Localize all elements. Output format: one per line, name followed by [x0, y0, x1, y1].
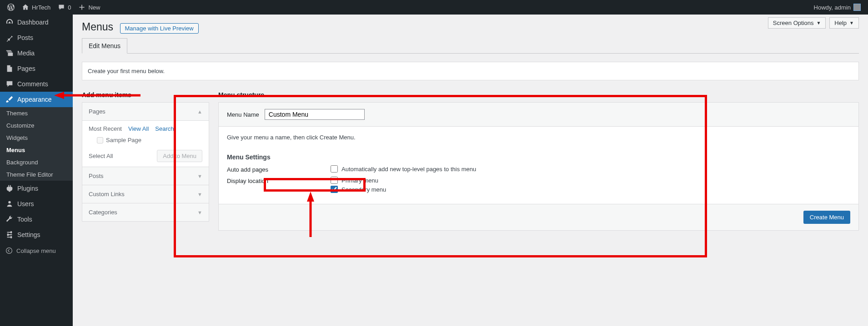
accordion-head-pages[interactable]: Pages ▲: [82, 103, 209, 121]
site-link[interactable]: HrTech: [18, 0, 54, 15]
menu-name-input[interactable]: [265, 109, 365, 120]
sidebar-appearance[interactable]: Appearance: [0, 92, 73, 107]
structure-instruction: Give your menu a name, then click Create…: [227, 134, 850, 141]
media-icon: [5, 49, 14, 57]
new-link[interactable]: New: [75, 0, 104, 15]
comment-icon: [58, 4, 65, 11]
wordpress-icon: [7, 4, 15, 11]
site-name: HrTech: [32, 4, 50, 11]
tab-edit-menus[interactable]: Edit Menus: [82, 38, 127, 54]
tab-wrapper: Edit Menus: [82, 38, 859, 54]
tab-search[interactable]: Search: [155, 125, 174, 132]
caret-up-icon: ▲: [197, 109, 202, 114]
create-menu-button[interactable]: Create Menu: [803, 211, 850, 224]
menu-name-label: Menu Name: [227, 111, 259, 118]
select-all-link[interactable]: Select All: [89, 153, 113, 159]
appearance-submenu: Themes Customize Widgets Menus Backgroun…: [0, 107, 73, 181]
new-label: New: [88, 4, 100, 11]
accordion-head-categories[interactable]: Categories ▼: [82, 203, 209, 221]
checkbox-sample-page[interactable]: [97, 137, 103, 143]
tab-most-recent[interactable]: Most Recent: [89, 125, 122, 132]
accordion-head-custom-links[interactable]: Custom Links ▼: [82, 185, 209, 203]
auto-add-label: Auto add pages: [227, 165, 331, 173]
sidebar-dashboard[interactable]: Dashboard: [0, 15, 73, 30]
submenu-theme-editor[interactable]: Theme File Editor: [0, 168, 73, 181]
sidebar-media[interactable]: Media: [0, 45, 73, 61]
page-title: Menus: [82, 19, 113, 33]
checkbox-auto-add[interactable]: [331, 165, 338, 173]
admin-bar: HrTech 0 New Howdy, admin: [0, 0, 868, 15]
svg-point-0: [6, 248, 12, 254]
submenu-customize[interactable]: Customize: [0, 119, 73, 132]
dashboard-icon: [5, 18, 14, 26]
submenu-background[interactable]: Background: [0, 156, 73, 168]
content-area: Screen Options▼ Help▼ Menus Manage with …: [73, 15, 868, 240]
check-sample-page[interactable]: Sample Page: [97, 137, 202, 143]
sidebar-settings[interactable]: Settings: [0, 227, 73, 242]
add-menu-items-column: Add menu items Pages ▲ Most Recent View …: [82, 91, 209, 231]
caret-down-icon: ▼: [197, 192, 202, 197]
sidebar-pages[interactable]: Pages: [0, 61, 73, 76]
avatar: [853, 4, 861, 11]
screen-options-button[interactable]: Screen Options▼: [768, 17, 826, 29]
settings-icon: [5, 231, 14, 239]
auto-add-option[interactable]: Automatically add new top-level pages to…: [331, 165, 476, 173]
wp-logo[interactable]: [4, 0, 18, 15]
tab-view-all[interactable]: View All: [128, 125, 149, 132]
live-preview-button[interactable]: Manage with Live Preview: [120, 23, 199, 34]
tools-icon: [5, 215, 14, 223]
caret-down-icon: ▼: [197, 173, 202, 179]
caret-down-icon: ▼: [849, 20, 854, 25]
menu-structure-column: Menu structure Menu Name Give your menu …: [218, 91, 859, 231]
collapse-icon: [5, 247, 13, 254]
submenu-widgets[interactable]: Widgets: [0, 132, 73, 144]
sidebar-users[interactable]: Users: [0, 196, 73, 212]
plus-icon: [78, 4, 85, 11]
comments-count: 0: [68, 4, 71, 11]
brush-icon: [5, 95, 14, 104]
checkbox-primary[interactable]: [331, 177, 338, 184]
sidebar-plugins[interactable]: Plugins: [0, 181, 73, 196]
add-to-menu-button[interactable]: Add to Menu: [157, 150, 202, 162]
display-location-label: Display location: [227, 177, 331, 184]
collapse-menu[interactable]: Collapse menu: [0, 242, 73, 259]
accordion-head-posts[interactable]: Posts ▼: [82, 167, 209, 185]
caret-down-icon: ▼: [816, 20, 821, 25]
comments-icon: [5, 80, 14, 88]
notice: Create your first menu below.: [82, 62, 859, 80]
home-icon: [22, 4, 29, 11]
submenu-menus[interactable]: Menus: [0, 144, 73, 156]
plugin-icon: [5, 184, 14, 193]
add-items-header: Add menu items: [82, 91, 209, 99]
structure-header: Menu structure: [218, 91, 859, 99]
menu-settings-header: Menu Settings: [227, 153, 850, 161]
sidebar-tools[interactable]: Tools: [0, 212, 73, 227]
primary-menu-option[interactable]: Primary menu: [331, 177, 386, 184]
sidebar-comments[interactable]: Comments: [0, 76, 73, 92]
howdy-link[interactable]: Howdy, admin: [810, 0, 864, 15]
submenu-themes[interactable]: Themes: [0, 107, 73, 119]
howdy-text: Howdy, admin: [814, 4, 851, 11]
sidebar-posts[interactable]: Posts: [0, 30, 73, 45]
accordion-pages: Pages ▲ Most Recent View All Search Samp…: [82, 102, 209, 222]
secondary-menu-option[interactable]: Secondary menu: [331, 186, 386, 193]
caret-down-icon: ▼: [197, 210, 202, 215]
pages-icon: [5, 64, 14, 73]
comments-link[interactable]: 0: [54, 0, 75, 15]
users-icon: [5, 200, 14, 208]
admin-sidebar: Dashboard Posts Media Pages Comments App…: [0, 15, 73, 326]
help-button[interactable]: Help▼: [829, 17, 859, 29]
checkbox-secondary[interactable]: [331, 186, 338, 193]
pin-icon: [5, 34, 14, 42]
